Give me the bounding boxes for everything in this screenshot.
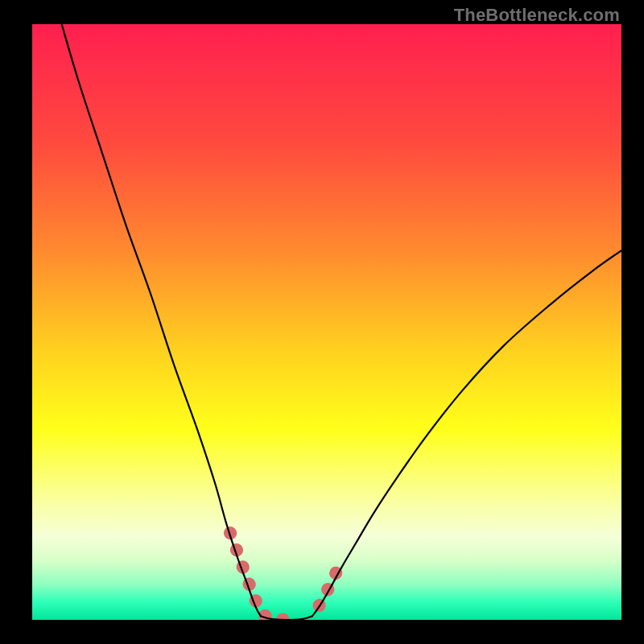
thick-segments — [230, 533, 336, 620]
plot-area — [32, 24, 621, 620]
thick-left — [230, 533, 298, 620]
thick-right — [319, 571, 336, 605]
right-curve — [312, 250, 621, 616]
watermark-text: TheBottleneck.com — [454, 5, 620, 26]
thin-curves — [62, 24, 621, 620]
curves-layer — [32, 24, 621, 620]
